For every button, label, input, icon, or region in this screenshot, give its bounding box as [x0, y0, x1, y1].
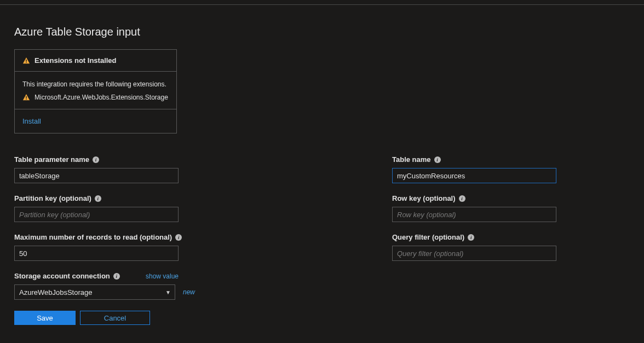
- info-icon[interactable]: i: [468, 234, 474, 241]
- cancel-button[interactable]: Cancel: [80, 311, 150, 325]
- new-connection-link[interactable]: new: [183, 288, 195, 296]
- page-container: Azure Table Storage input Extensions not…: [0, 5, 644, 336]
- left-column: Table parameter name i Partition key (op…: [14, 155, 195, 325]
- info-icon[interactable]: i: [459, 195, 465, 202]
- info-icon[interactable]: i: [434, 156, 441, 163]
- svg-rect-2: [26, 96, 26, 98]
- alert-body-text: This integration requires the following …: [22, 79, 169, 89]
- svg-rect-1: [26, 62, 26, 62]
- partition-key-label: Partition key (optional): [14, 194, 91, 202]
- table-name-label: Table name: [392, 155, 431, 164]
- right-column: Table name i Row key (optional) i Query …: [392, 155, 573, 325]
- query-filter-label: Query filter (optional): [392, 233, 464, 241]
- svg-rect-3: [26, 99, 26, 100]
- install-link[interactable]: Install: [22, 117, 41, 125]
- alert-header: Extensions not Installed: [15, 50, 176, 72]
- warning-icon: [22, 94, 30, 101]
- table-parameter-name-input[interactable]: [14, 168, 179, 183]
- info-icon[interactable]: i: [175, 234, 182, 241]
- info-icon[interactable]: i: [93, 156, 99, 163]
- table-parameter-name-label: Table parameter name: [14, 155, 89, 164]
- alert-header-text: Extensions not Installed: [34, 56, 117, 65]
- page-title: Azure Table Storage input: [14, 26, 630, 38]
- extensions-alert-panel: Extensions not Installed This integratio…: [14, 49, 177, 133]
- svg-rect-0: [26, 59, 26, 61]
- row-key-label: Row key (optional): [392, 194, 456, 202]
- warning-icon: [22, 57, 30, 65]
- alert-extension-name: Microsoft.Azure.WebJobs.Extensions.Stora…: [34, 92, 168, 102]
- table-name-input[interactable]: [392, 168, 556, 183]
- info-icon[interactable]: i: [113, 273, 120, 280]
- query-filter-input[interactable]: [392, 246, 556, 261]
- storage-connection-select[interactable]: AzureWebJobsStorage: [14, 284, 175, 300]
- storage-connection-label: Storage account connection: [14, 272, 110, 280]
- max-records-input[interactable]: [14, 246, 179, 261]
- alert-body: This integration requires the following …: [15, 72, 176, 109]
- save-button[interactable]: Save: [14, 311, 76, 325]
- row-key-input[interactable]: [392, 207, 556, 222]
- max-records-label: Maximum number of records to read (optio…: [14, 233, 172, 241]
- info-icon[interactable]: i: [95, 195, 101, 202]
- show-value-link[interactable]: show value: [146, 272, 179, 280]
- partition-key-input[interactable]: [14, 207, 179, 222]
